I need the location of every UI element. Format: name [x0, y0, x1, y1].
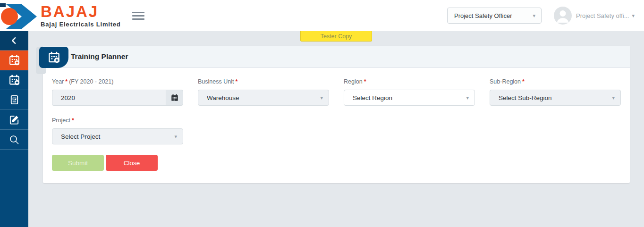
card-body: Year*(FY 2020 - 2021)	[43, 68, 630, 183]
year-input[interactable]	[52, 90, 166, 106]
brand-logo: BAJAJ Bajaj Electricals Limited	[0, 1, 121, 30]
year-hint: (FY 2020 - 2021)	[69, 78, 113, 85]
calendar-icon	[170, 93, 179, 102]
chevron-down-icon: ▾	[632, 13, 635, 18]
brand-text: BAJAJ Bajaj Electricals Limited	[41, 4, 121, 28]
tester-copy-label: Tester Copy	[321, 33, 352, 40]
calendar-plus-icon	[8, 74, 20, 86]
calendar-plus-icon	[8, 54, 20, 66]
planner-form: Year*(FY 2020 - 2021)	[52, 78, 621, 144]
project-value: Select Project	[61, 133, 100, 140]
year-field-group: Year*(FY 2020 - 2021)	[52, 78, 183, 106]
sidebar-item-records[interactable]	[0, 90, 28, 110]
page-title: Training Planner	[71, 52, 128, 61]
required-asterisk: *	[235, 78, 237, 85]
chevron-down-icon: ▾	[320, 95, 323, 101]
top-navbar: BAJAJ Bajaj Electricals Limited Project …	[0, 0, 644, 31]
chevron-down-icon: ▾	[612, 95, 615, 101]
sidebar-nav	[0, 31, 28, 227]
business-unit-field-group: Business Unit* Warehouse ▾	[198, 78, 329, 106]
sub-region-select[interactable]: Select Sub-Region ▾	[490, 90, 621, 106]
chevron-down-icon: ▾	[466, 95, 469, 101]
search-icon	[8, 134, 20, 145]
brand-title: BAJAJ	[41, 4, 121, 20]
submit-button[interactable]: Submit	[52, 155, 104, 171]
menu-toggle-icon[interactable]	[132, 10, 144, 22]
chevron-down-icon: ▾	[533, 13, 535, 18]
sidebar-item-training-calendar[interactable]	[0, 70, 28, 90]
main-content: Tester Copy Training Planner	[28, 31, 644, 227]
brand-subtitle: Bajaj Electricals Limited	[41, 21, 121, 28]
project-select[interactable]: Select Project ▾	[52, 128, 183, 144]
sub-region-label: Sub-Region*	[490, 78, 621, 85]
year-calendar-button[interactable]	[166, 90, 183, 106]
card-badge	[39, 47, 68, 68]
tester-copy-banner: Tester Copy	[300, 31, 372, 42]
user-name: Project Safety offi...	[576, 12, 629, 19]
bajaj-logo-icon	[0, 3, 38, 30]
project-label: Project*	[52, 117, 183, 124]
sidebar-item-search[interactable]	[0, 130, 28, 150]
sidebar-item-training-planner[interactable]	[0, 50, 28, 70]
document-icon	[9, 94, 20, 105]
chevron-down-icon: ▾	[174, 134, 177, 139]
year-label: Year*(FY 2020 - 2021)	[52, 78, 183, 85]
required-asterisk: *	[522, 78, 525, 85]
training-planner-card: Training Planner Year*(FY 2020 - 2021)	[43, 46, 630, 183]
role-selector-dropdown[interactable]: Project Safety Officer ▾	[447, 8, 542, 24]
required-asterisk: *	[72, 117, 74, 124]
chevron-left-icon	[9, 36, 19, 45]
sub-region-value: Select Sub-Region	[499, 94, 552, 101]
required-asterisk: *	[364, 78, 366, 85]
form-actions: Submit Close	[52, 155, 621, 171]
sidebar-item-edit[interactable]	[0, 110, 28, 130]
user-menu[interactable]: Project Safety offi... ▾	[554, 7, 644, 25]
business-unit-select[interactable]: Warehouse ▾	[198, 90, 329, 106]
sidebar-collapse-button[interactable]	[0, 31, 28, 50]
business-unit-value: Warehouse	[207, 94, 239, 101]
calendar-plus-icon	[48, 51, 60, 64]
close-button[interactable]: Close	[106, 155, 158, 171]
edit-pencil-icon	[9, 114, 20, 125]
year-control	[52, 90, 183, 106]
role-selector-value: Project Safety Officer	[454, 12, 512, 19]
region-value: Select Region	[353, 94, 392, 101]
person-icon	[554, 7, 572, 25]
required-asterisk: *	[65, 78, 68, 85]
region-select[interactable]: Select Region ▾	[344, 90, 475, 106]
project-field-group: Project* Select Project ▾	[52, 117, 183, 144]
avatar	[554, 7, 572, 25]
card-header: Training Planner	[43, 46, 630, 68]
region-label: Region*	[344, 78, 475, 85]
sub-region-field-group: Sub-Region* Select Sub-Region ▾	[490, 78, 621, 106]
region-field-group: Region* Select Region ▾	[344, 78, 475, 106]
business-unit-label: Business Unit*	[198, 78, 329, 85]
